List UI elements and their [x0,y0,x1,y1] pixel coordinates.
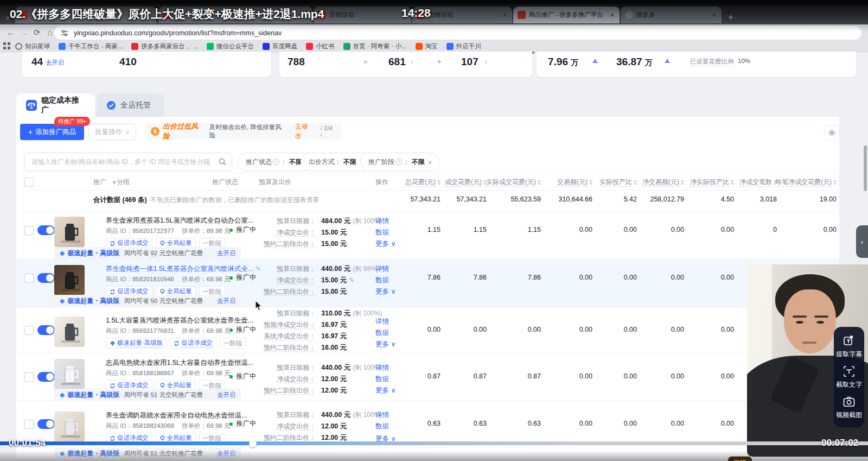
table-settings-button[interactable] [825,125,839,140]
add-promotion-button[interactable]: +添加推广商品 [20,124,84,140]
reload-icon[interactable]: ⟳ [30,26,43,39]
back-icon[interactable]: ← [4,26,17,39]
bookmark-item[interactable]: 知识星球 [15,42,50,50]
url-text: yingxiao.pinduoduo.com/goods/promotion/l… [74,29,282,37]
row-checkbox[interactable] [24,226,34,235]
metric-value: 1.15 [481,226,541,233]
more-link[interactable]: 更多 ∨ [375,287,396,296]
go-enable-link[interactable]: 去开启 [46,59,65,67]
stat-value[interactable]: 107 [461,56,478,68]
metric-value: 1.15 [427,226,487,233]
detail-link[interactable]: 详情 [375,264,389,274]
progress-scrubber[interactable] [249,440,257,447]
product-id-line: 商品 ID：858201810946拼单价：69.98 元 [106,275,230,283]
forward-icon[interactable]: → [17,26,30,39]
video-screenshot-icon [843,395,856,408]
stat-value: 7.96 万 [548,56,578,68]
promotion-toggle[interactable] [37,225,55,235]
cycle-icon [110,383,116,389]
select-all-checkbox[interactable] [24,178,34,187]
browser-tab[interactable]: 拼多多× [621,7,722,23]
sort-icon[interactable] [833,180,837,185]
more-link[interactable]: 更多 ∨ [375,239,396,249]
detail-link[interactable]: 详情 [375,317,389,326]
summary-value: 57,343.21 [427,195,487,203]
promotion-toggle[interactable] [37,419,55,429]
tool-extract-subtitles-button[interactable]: 提取字幕 [836,334,862,359]
progress-bar-rest[interactable] [253,441,868,445]
new-tab-button[interactable]: + [728,12,733,23]
product-title[interactable]: 养生壶调奶器烧水壶家用全自动电热水壶恒温... [106,412,247,419]
product-image [54,412,85,442]
tool-capture-text-button[interactable]: 截取文字 [836,365,862,389]
bookmark-item[interactable]: 百度网盘 [263,42,297,50]
budget-line: 预算日限额：484.00 元(剩 100%) [250,217,382,226]
tab-list-chevron-icon[interactable]: ∨ [5,14,10,21]
tag-cycle[interactable]: 促进净成交 [170,338,216,349]
bookmark-item[interactable]: 抖店千川 [446,42,481,50]
product-title[interactable]: 养生壶家用煮茶器1.5L蒸汽喷淋式全自动办公室... [106,217,253,224]
tag-diamond[interactable]: 极速起量·高级版 [106,338,167,349]
promotion-toggle[interactable] [37,273,55,283]
batch-actions-button[interactable]: 批量操作∨ [88,124,136,140]
detail-link[interactable]: 详情 [375,217,389,226]
equals-sign: = [363,58,368,66]
tab-stable-cost-promotion[interactable]: 稳定成本推广 [16,93,95,117]
enable-link[interactable]: 去开启 [217,249,236,257]
tab-close-icon[interactable]: × [502,11,508,19]
product-title[interactable]: 养生壶炖煮一体1.5L煮茶器办公室蒸汽喷淋式全... [106,265,253,273]
product-title[interactable]: 1.5L大容量蒸汽喷淋煮茶器办公室烧水壶养生壶... [106,317,253,324]
row-checkbox[interactable] [24,274,34,283]
search-input[interactable] [30,157,219,166]
tab-full-store-hosting[interactable]: 全店托管 [97,93,164,117]
kettle-photo-icon [54,412,85,442]
browser-tab[interactable]: 营销活动× [314,7,411,23]
search-icon[interactable] [219,158,226,166]
tool-video-screenshot-button[interactable]: 视频截图 [836,395,862,420]
bookmark-label: 微信公众平台 [216,42,254,50]
filter-promotion-stage[interactable]: 推广阶段?：不限∨ [360,153,440,171]
row-checkbox[interactable] [24,326,34,335]
warning-pager[interactable]: ‹ 2/4 › [320,125,336,138]
go-fix-link[interactable]: 去修改 [295,122,315,141]
row-checkbox[interactable] [24,372,34,382]
enable-link[interactable]: 去开启 [217,391,236,399]
col-header-group[interactable]: ▼分组 [112,178,130,187]
promotion-toggle[interactable] [37,325,55,335]
browser-tab[interactable]: 商品推广 - 拼多多推广平台× [513,7,620,23]
bookmark-item[interactable]: 千牛工作台 - 商家... [59,42,123,50]
bookmark-item[interactable]: 小红书 [306,42,335,50]
search-box[interactable] [24,153,232,171]
detail-link[interactable]: 详情 [375,411,389,420]
row-checkbox[interactable] [24,420,34,429]
more-link[interactable]: 更多 ∨ [375,340,396,349]
scrollbar-thumb[interactable] [864,146,867,191]
more-link[interactable]: 更多 ∨ [375,386,396,395]
detail-link[interactable]: 详情 [375,363,389,372]
chevron-right-icon[interactable]: › [411,58,413,66]
bookmark-item[interactable]: 首页 · 阿奇索 · 小... [343,42,407,50]
tab-close-icon[interactable]: × [609,11,615,19]
budget-line: 净成交出价：15.00 元✎ [250,276,354,285]
product-title-line: 志高电热烧水壶家用1.5L大容量自动养生壶恒温... [106,357,253,368]
enable-link[interactable]: 去开启 [217,297,236,305]
edit-icon[interactable]: ✎ [349,276,354,284]
apps-grid-icon[interactable] [3,42,11,50]
bookmark-favicon-icon [416,43,423,50]
col-header-metric[interactable]: 每笔净成交花费(元) [755,178,837,187]
tab-close-icon[interactable]: × [711,11,717,19]
site-settings-icon[interactable] [61,29,68,37]
bookmark-item[interactable]: 微信公众平台 [207,42,254,50]
chevron-right-icon[interactable]: › [485,58,487,66]
bookmark-item[interactable]: 淘宝 [416,42,438,50]
promotion-toggle[interactable] [37,372,55,382]
collapse-side-panel-button[interactable]: ‹ [856,225,868,258]
bookmark-favicon-icon [59,43,66,50]
summary-label: 合计数据 (469 条)不包含已删除推广的数据，已删除推广的数据请至报表查看 [93,195,320,205]
address-bar[interactable]: yingxiao.pinduoduo.com/goods/promotion/l… [54,26,861,40]
stat-value[interactable]: 681 [388,56,406,68]
bookmark-item[interactable]: 拼多多商家后台， ... [131,42,198,50]
tab-label: 商品推广 - 拼多多推广平台 [529,11,606,19]
metric-value: 0.00 [674,274,734,281]
product-title[interactable]: 志高电热烧水壶家用1.5L大容量自动养生壶恒温... [106,359,253,367]
